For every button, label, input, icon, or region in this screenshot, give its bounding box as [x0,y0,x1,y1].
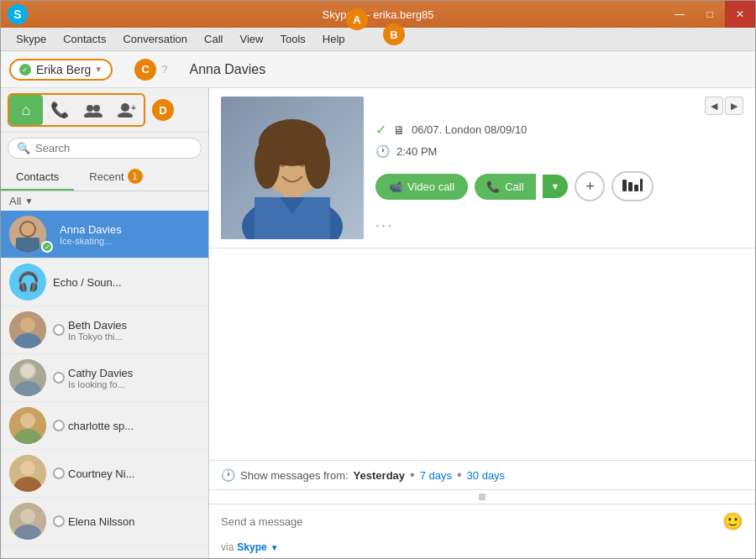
via-skype-label: Skype [237,541,266,553]
profile-dropdown-arrow[interactable]: ▼ [94,65,102,74]
courtney-avatar [9,455,46,492]
search-input[interactable] [35,142,192,154]
call-dropdown-button[interactable]: ▼ [543,175,569,198]
call-button[interactable]: 📞 Call [475,174,535,200]
action-row: 📹 Video call 📞 Call ▼ + [375,165,743,208]
contact-photo [221,97,364,239]
call-icon: 📞 [486,180,500,193]
tab-contacts[interactable]: Contacts [1,164,74,191]
profile-name-box[interactable]: Erika Berg ▼ [9,59,113,81]
filter-arrow: ▼ [24,196,33,206]
message-input[interactable] [221,515,722,528]
via-dropdown-arrow[interactable]: ▼ [270,543,279,552]
right-panel: ◀ ▶ ✓ 🖥 06/07. London 08/09/10 🕐 2:40 PM [209,88,755,559]
charlotte-avatar [9,407,46,444]
contact-name-text: Cathy Davies [68,367,200,379]
menu-view[interactable]: View [231,29,271,49]
contact-info: Cathy Davies Is looking fo... [68,367,200,389]
list-item[interactable]: Beth Davies In Tokyo thi... [1,306,208,354]
bars-button[interactable] [612,171,654,201]
svg-point-4 [121,103,129,112]
add-group-button[interactable] [76,95,110,125]
emoji-button[interactable]: 🙂 [722,511,743,531]
profile-bar: Erika Berg ▼ C ? Anna Davies A B [1,51,755,88]
contact-name-text: charlotte sp... [68,420,200,432]
add-button[interactable]: + [575,171,605,201]
svg-point-13 [20,317,35,332]
divider-dot-row [209,490,755,504]
svg-point-34 [305,138,330,189]
nav-arrows: ◀ ▶ [705,97,743,115]
list-item[interactable]: Courtney Ni... [1,450,208,498]
list-item[interactable]: Elena Nilsson [1,498,208,546]
menu-help[interactable]: Help [314,29,354,49]
anna-detail-photo [221,97,364,239]
list-item[interactable]: 🎧 Echo / Soun... [1,259,208,306]
contact-status-text: Is looking fo... [68,379,200,389]
prev-contact-button[interactable]: ◀ [705,97,723,115]
svg-rect-11 [16,238,39,253]
message-input-area: 🙂 [209,504,755,538]
close-button[interactable]: ✕ [725,1,755,28]
title-bar: S Skype™ - erika.berg85 — □ ✕ [1,1,755,28]
svg-point-18 [21,364,34,378]
clock-icon2: 🕐 [221,468,235,482]
video-icon: 📹 [389,180,402,193]
clock-icon: 🕐 [375,144,390,158]
next-contact-button[interactable]: ▶ [725,97,743,115]
list-item[interactable]: charlotte sp... [1,402,208,450]
list-item[interactable]: ✓ Anna Davies Ice-skating... [1,211,208,259]
svg-point-36 [299,160,306,167]
elena-avatar [9,503,46,540]
days7-link[interactable]: 7 days [420,469,452,482]
via-label: via [221,541,234,553]
tab-recent[interactable]: Recent 1 [74,164,157,191]
recent-badge: 1 [128,169,143,184]
contact-name-text: Echo / Soun... [53,276,200,289]
calls-button[interactable]: 📞 [43,95,76,125]
minimize-button[interactable]: — [664,1,695,28]
menu-contacts[interactable]: Contacts [55,29,114,49]
svg-point-26 [20,509,35,524]
home-button[interactable]: ⌂ [9,95,43,125]
window-title: Skype™ - erika.berg85 [323,8,434,21]
search-box: 🔍 [8,138,202,159]
contact-status-text: Ice-skating... [60,236,200,246]
contact-detail-header: ◀ ▶ ✓ 🖥 06/07. London 08/09/10 🕐 2:40 PM [209,88,755,248]
days30-link[interactable]: 30 days [467,469,506,482]
bars-icon [622,179,643,194]
svg-point-5 [118,112,133,118]
more-dots[interactable]: ... [375,215,743,230]
video-call-button[interactable]: 📹 Video call [375,174,468,200]
computer-icon: 🖥 [393,123,405,137]
right-info: ◀ ▶ ✓ 🖥 06/07. London 08/09/10 🕐 2:40 PM [375,97,743,230]
time-text: 2:40 PM [396,145,437,158]
add-contact-icon: + [118,102,136,118]
menu-skype[interactable]: Skype [8,29,55,49]
left-panel: ⌂ 📞 + D [1,88,209,559]
add-contact-button[interactable]: + [110,95,144,125]
menu-bar: Skype Contacts Conversation Call View To… [1,28,755,51]
svg-point-0 [87,105,93,112]
contact-name-text: Courtney Ni... [68,468,200,480]
menu-tools[interactable]: Tools [271,29,313,49]
filter-label: All [9,195,21,207]
menu-conversation[interactable]: Conversation [114,29,196,49]
last-seen-text: 06/07. London 08/09/10 [412,123,527,136]
svg-text:+: + [131,103,136,112]
annotation-b: B [383,24,405,45]
svg-rect-40 [634,185,638,191]
contact-info: charlotte sp... [68,420,200,432]
toolbar-group: ⌂ 📞 + [8,93,145,127]
divider-dot [479,494,486,500]
contact-info: Anna Davies Ice-skating... [60,223,200,246]
menu-call[interactable]: Call [196,29,231,49]
show-messages-row: 🕐 Show messages from: Yesterday • 7 days… [209,461,755,490]
maximize-button[interactable]: □ [695,1,725,28]
dot-sep2: • [457,468,462,483]
filter-row[interactable]: All ▼ [1,191,208,211]
search-icon: 🔍 [17,142,30,154]
list-item[interactable]: Cathy Davies Is looking fo... [1,354,208,402]
toolbar: ⌂ 📞 + D [1,88,208,133]
contact-name-text: Anna Davies [60,223,200,236]
